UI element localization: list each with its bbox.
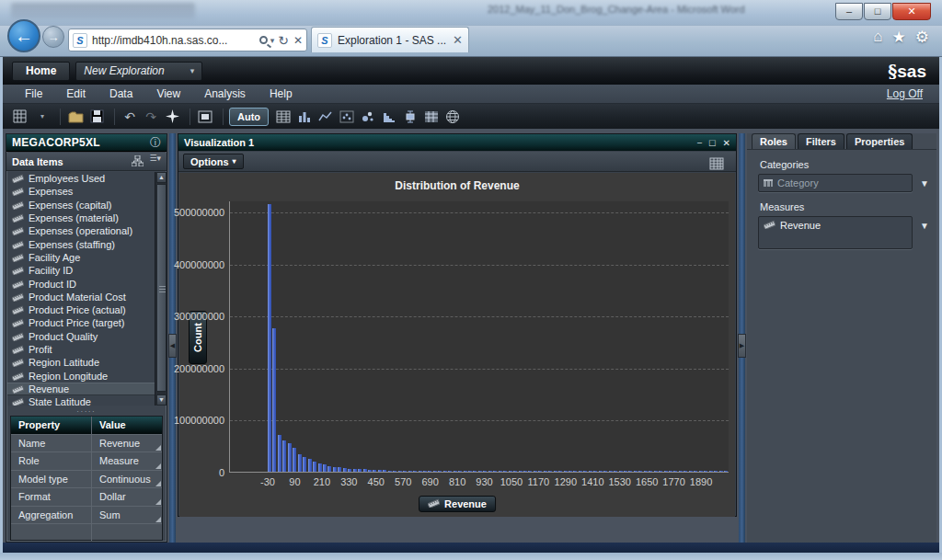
histogram-bar[interactable] [534, 471, 537, 472]
histogram-bar[interactable] [454, 471, 457, 472]
histogram-bar[interactable] [423, 471, 427, 472]
histogram-bar[interactable] [509, 471, 512, 472]
histogram-bar[interactable] [443, 471, 447, 472]
histogram-bar[interactable] [464, 471, 467, 472]
geo-map-icon[interactable] [443, 108, 462, 126]
histogram-bar[interactable] [684, 471, 687, 472]
data-item[interactable]: Product Price (target) [7, 316, 155, 329]
histogram-bar[interactable] [709, 471, 713, 472]
histogram-bar[interactable] [323, 464, 327, 472]
histogram-bar[interactable] [468, 471, 472, 472]
data-item[interactable]: Product Material Cost [7, 291, 155, 303]
histogram-bar[interactable] [714, 471, 718, 472]
data-list-scrollbar[interactable]: ▲ ▼ [155, 172, 167, 406]
histogram-bar[interactable] [388, 471, 392, 472]
histogram-bar[interactable] [609, 471, 613, 472]
refresh-icon[interactable]: ↻ [278, 33, 289, 48]
tab-roles[interactable]: Roles [752, 133, 796, 149]
histogram-bar[interactable] [419, 471, 422, 472]
histogram-bar[interactable] [583, 471, 587, 472]
histogram-bar[interactable] [673, 471, 677, 472]
histogram-bar[interactable] [554, 471, 557, 472]
histogram-bar[interactable] [358, 469, 362, 472]
property-value[interactable]: Continuous [92, 471, 162, 487]
tools-gear-icon[interactable]: ⚙ [915, 28, 929, 47]
log-off-link[interactable]: Log Off [887, 87, 923, 100]
show-table-icon[interactable] [707, 154, 726, 173]
histogram-bar[interactable] [548, 471, 552, 472]
sort-filter-icon[interactable]: ☰▾ [149, 154, 161, 170]
histogram-bar[interactable] [318, 463, 322, 472]
browser-tab[interactable]: S Exploration 1 - SAS ... ✕ [311, 27, 469, 52]
histogram-bar[interactable] [573, 471, 577, 472]
menu-help[interactable]: Help [270, 87, 293, 100]
histogram-bar[interactable] [619, 471, 623, 472]
histogram-bar[interactable] [282, 440, 286, 472]
histogram-bar[interactable] [493, 471, 497, 472]
scroll-down-icon[interactable]: ▼ [156, 394, 167, 406]
address-dropdown-icon[interactable]: ▾ [270, 36, 275, 45]
viz-maximize-icon[interactable]: □ [709, 137, 716, 148]
scatter-plot-icon[interactable] [338, 108, 356, 126]
histogram-bar[interactable] [383, 470, 386, 472]
options-button[interactable]: Options▾ [183, 154, 244, 169]
histogram-bar[interactable] [634, 471, 638, 472]
histogram-bar[interactable] [343, 468, 347, 472]
stop-icon[interactable]: ✕ [293, 34, 303, 47]
category-dropdown-caret-icon[interactable]: ▼ [920, 178, 929, 189]
data-item[interactable]: Expenses [7, 185, 155, 198]
scroll-up-icon[interactable]: ▲ [156, 172, 167, 183]
panel-splitter-handle[interactable]: ..... [6, 406, 167, 415]
histogram-bar[interactable] [499, 471, 502, 472]
plot-area[interactable]: 0100000000200000000300000000400000000500… [229, 201, 729, 473]
data-item[interactable]: Product ID [7, 277, 155, 290]
histogram-bar[interactable] [473, 471, 477, 472]
histogram-bar[interactable] [288, 443, 292, 472]
bar-chart-icon[interactable] [295, 108, 314, 126]
measures-dropdown-caret-icon[interactable]: ▼ [920, 221, 929, 231]
histogram-bar[interactable] [393, 471, 396, 472]
tab-close-icon[interactable]: ✕ [453, 33, 463, 47]
histogram-bar[interactable] [398, 471, 402, 472]
histogram-bar[interactable] [303, 457, 306, 472]
data-item[interactable]: Expenses (capital) [7, 199, 155, 211]
histogram-bar[interactable] [593, 471, 597, 472]
data-item[interactable]: Profit [7, 343, 155, 356]
histogram-bar[interactable] [268, 204, 271, 472]
menu-data[interactable]: Data [109, 87, 132, 100]
histogram-bar[interactable] [569, 471, 572, 472]
data-item[interactable]: Employees Used [7, 172, 155, 185]
histogram-icon[interactable] [380, 108, 398, 126]
histogram-bar[interactable] [719, 471, 723, 472]
histogram-bar[interactable] [599, 471, 603, 472]
info-icon[interactable]: ⓘ [150, 135, 161, 151]
data-item[interactable]: Facility ID [7, 264, 155, 277]
property-value[interactable]: Dollar [92, 488, 162, 505]
histogram-bar[interactable] [478, 471, 482, 472]
data-item[interactable]: Revenue [7, 383, 155, 395]
histogram-bar[interactable] [363, 469, 367, 472]
histogram-bar[interactable] [488, 471, 492, 472]
histogram-bar[interactable] [614, 471, 617, 472]
property-value[interactable] [92, 524, 162, 541]
histogram-bar[interactable] [659, 471, 662, 472]
histogram-bar[interactable] [333, 467, 337, 472]
search-icon[interactable] [259, 36, 268, 44]
menu-edit[interactable]: Edit [66, 87, 86, 100]
tab-properties[interactable]: Properties [846, 133, 913, 149]
property-value[interactable]: Sum [92, 507, 162, 523]
data-item[interactable]: State Latitude [7, 395, 155, 406]
data-item[interactable]: Product Quality [7, 330, 155, 343]
category-dropdown[interactable]: Category [758, 174, 913, 192]
table-view-icon[interactable] [274, 108, 293, 126]
right-splitter[interactable]: ▶ [739, 133, 745, 543]
histogram-bar[interactable] [704, 471, 707, 472]
collapse-right-icon[interactable]: ▶ [738, 334, 746, 358]
histogram-bar[interactable] [308, 459, 312, 472]
histogram-bar[interactable] [458, 471, 462, 472]
address-bar[interactable]: S http://imdb410h.na.sas.co... ▾ ↻ ✕ [68, 29, 307, 51]
home-button[interactable]: Home [12, 62, 70, 81]
maximize-view-icon[interactable] [196, 108, 214, 126]
histogram-bar[interactable] [348, 469, 351, 472]
histogram-bar[interactable] [327, 466, 331, 472]
